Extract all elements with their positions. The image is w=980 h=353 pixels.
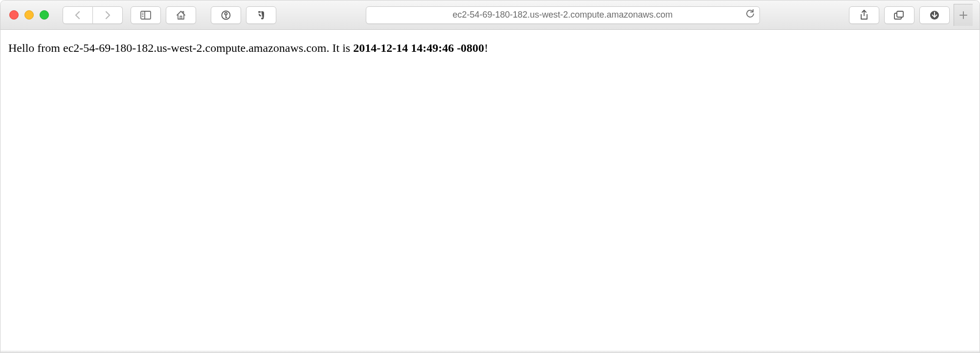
reload-icon: [746, 9, 755, 19]
home-button[interactable]: [166, 6, 196, 24]
browser-toolbar: ec2-54-69-180-182.us-west-2.compute.amaz…: [0, 0, 980, 30]
tabs-overview-button[interactable]: [884, 6, 914, 24]
svg-rect-10: [897, 11, 903, 17]
evernote-button[interactable]: [246, 6, 276, 24]
evernote-icon: [257, 10, 266, 20]
svg-rect-4: [142, 16, 144, 17]
sidebar-icon: [140, 11, 151, 20]
toolbar-right: [849, 4, 973, 26]
plus-icon: [959, 11, 968, 20]
svg-point-7: [225, 12, 227, 15]
chevron-right-icon: [104, 11, 111, 20]
greeting-suffix: !: [484, 42, 488, 54]
share-button[interactable]: [849, 6, 879, 24]
window-controls: [9, 10, 49, 20]
forward-button[interactable]: [93, 6, 123, 24]
close-window-button[interactable]: [9, 10, 19, 20]
greeting-mid: . It is: [326, 42, 353, 54]
download-icon: [930, 10, 939, 20]
onepassword-button[interactable]: [211, 6, 241, 24]
share-icon: [860, 10, 869, 21]
back-button[interactable]: [63, 6, 93, 24]
greeting-prefix: Hello from: [8, 42, 63, 54]
onepassword-icon: [221, 10, 231, 20]
minimize-window-button[interactable]: [24, 10, 34, 20]
svg-rect-2: [142, 13, 144, 14]
chevron-left-icon: [74, 11, 81, 20]
greeting-timestamp: 2014-12-14 14:49:46 -0800: [353, 42, 484, 54]
downloads-button[interactable]: [919, 6, 950, 24]
address-bar[interactable]: ec2-54-69-180-182.us-west-2.compute.amaz…: [366, 6, 760, 24]
tabs-icon: [894, 10, 905, 20]
zoom-window-button[interactable]: [40, 10, 49, 20]
svg-rect-5: [180, 16, 181, 19]
reload-button[interactable]: [746, 9, 755, 21]
new-tab-button[interactable]: [954, 4, 973, 26]
greeting-hostname: ec2-54-69-180-182.us-west-2.compute.amaz…: [63, 42, 327, 54]
svg-rect-3: [142, 14, 144, 15]
page-content: Hello from ec2-54-69-180-182.us-west-2.c…: [0, 30, 980, 353]
greeting-text: Hello from ec2-54-69-180-182.us-west-2.c…: [8, 42, 488, 54]
sidebar-toggle-button[interactable]: [131, 6, 161, 24]
window-bottom-edge: [0, 350, 980, 353]
browser-window: ec2-54-69-180-182.us-west-2.compute.amaz…: [0, 0, 980, 353]
nav-back-forward: [63, 6, 123, 24]
home-icon: [176, 10, 186, 20]
address-bar-url: ec2-54-69-180-182.us-west-2.compute.amaz…: [372, 10, 754, 20]
